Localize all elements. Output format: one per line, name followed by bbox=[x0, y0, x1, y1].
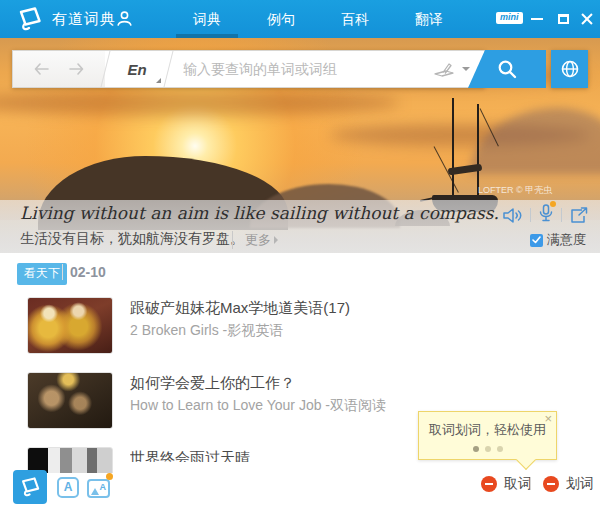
handwriting-icon[interactable] bbox=[434, 61, 454, 77]
search-icon bbox=[496, 58, 518, 80]
photo-translate-icon[interactable]: A bbox=[87, 479, 110, 498]
article-subtitle: 2 Broken Girls -影视英语 bbox=[130, 322, 283, 340]
disabled-icon bbox=[543, 476, 559, 492]
youdao-logo-icon bbox=[16, 7, 43, 31]
chevron-down-icon[interactable] bbox=[462, 67, 470, 71]
cloud-shape bbox=[0, 90, 400, 116]
wordbook-icon[interactable]: A bbox=[57, 477, 79, 498]
carousel-dot bbox=[497, 446, 503, 452]
divider bbox=[561, 208, 562, 222]
globe-icon bbox=[560, 59, 580, 79]
close-button[interactable] bbox=[576, 0, 598, 38]
forward-arrow-icon[interactable] bbox=[69, 63, 84, 75]
user-account-icon[interactable] bbox=[116, 10, 133, 27]
article-subtitle: How to Learn to Love Your Job -双语阅读 bbox=[130, 397, 386, 415]
more-link[interactable]: 更多 bbox=[232, 231, 278, 249]
title-bar: 有道词典 词典 例句 百科 翻译 mini bbox=[0, 0, 600, 38]
minimize-button[interactable] bbox=[526, 0, 548, 38]
app-title: 有道词典 bbox=[52, 0, 116, 38]
article-thumbnail[interactable] bbox=[27, 372, 113, 429]
tooltip-close-icon[interactable]: × bbox=[544, 412, 552, 425]
close-icon bbox=[581, 13, 593, 25]
mountain-glyph bbox=[91, 488, 99, 495]
article-thumbnail[interactable] bbox=[27, 297, 113, 354]
feed-category-badge: 看天下 bbox=[17, 263, 67, 285]
article-title[interactable]: 如何学会爱上你的工作？ bbox=[130, 374, 295, 393]
language-selector[interactable]: En bbox=[106, 51, 168, 87]
youdao-logo-icon bbox=[19, 477, 41, 497]
back-arrow-icon[interactable] bbox=[34, 63, 49, 75]
quote-actions bbox=[503, 204, 588, 226]
word-capture-toggle[interactable]: 取词 bbox=[481, 475, 532, 493]
divider bbox=[62, 264, 63, 280]
article-title[interactable]: 跟破产姐妹花Max学地道美语(17) bbox=[130, 299, 350, 318]
search-input-area: En bbox=[12, 50, 485, 88]
capture-label: 取词 bbox=[504, 475, 532, 493]
disabled-icon bbox=[481, 476, 497, 492]
quote-english: Living without an aim is like sailing wi… bbox=[20, 203, 499, 223]
maximize-button[interactable] bbox=[552, 0, 574, 38]
mini-mode-button[interactable]: mini bbox=[496, 12, 523, 24]
tab-examples[interactable]: 例句 bbox=[244, 0, 318, 38]
maximize-icon bbox=[558, 14, 569, 24]
word-highlight-toggle[interactable]: 划词 bbox=[543, 475, 594, 493]
carousel-dots bbox=[419, 446, 556, 452]
notification-dot bbox=[550, 201, 556, 207]
check-icon bbox=[532, 236, 541, 244]
search-input[interactable] bbox=[183, 61, 434, 77]
speaker-icon[interactable] bbox=[503, 207, 522, 224]
highlight-label: 划词 bbox=[566, 475, 594, 493]
share-icon[interactable] bbox=[570, 207, 588, 224]
daily-quote-panel: Living without an aim is like sailing wi… bbox=[0, 200, 600, 253]
search-bar: En bbox=[12, 50, 588, 88]
tab-encyclopedia[interactable]: 百科 bbox=[318, 0, 392, 38]
dictionary-home-button[interactable] bbox=[13, 470, 47, 504]
notification-dot bbox=[106, 473, 113, 480]
satisfaction-label: 满意度 bbox=[547, 231, 586, 249]
feed-date: 02-10 bbox=[70, 264, 106, 280]
photo-watermark: LOFTER © 甲壳虫 bbox=[478, 184, 552, 197]
distant-mountain bbox=[470, 108, 600, 174]
tooltip-text: 取词划词，轻松使用 bbox=[419, 421, 556, 439]
search-field-wrap bbox=[169, 51, 484, 87]
carousel-dot bbox=[473, 446, 479, 452]
tab-dictionary[interactable]: 词典 bbox=[170, 0, 244, 38]
web-search-button[interactable] bbox=[551, 50, 588, 88]
minimize-icon bbox=[531, 18, 543, 20]
main-tabs: 词典 例句 百科 翻译 bbox=[170, 0, 466, 38]
carousel-dot bbox=[485, 446, 491, 452]
mic-wrap[interactable] bbox=[539, 204, 553, 226]
more-arrow-icon bbox=[274, 236, 278, 244]
letter-a-glyph: A bbox=[100, 482, 107, 492]
quote-chinese: 生活没有目标，犹如航海没有罗盘。 bbox=[20, 230, 244, 248]
satisfaction-checkbox[interactable] bbox=[530, 234, 543, 247]
satisfaction-control: 满意度 bbox=[530, 231, 586, 249]
feature-tooltip: 取词划词，轻松使用 × bbox=[418, 411, 557, 460]
history-nav bbox=[13, 51, 105, 87]
feed-item[interactable]: 跟破产姐妹花Max学地道美语(17) 2 Broken Girls -影视英语 bbox=[27, 297, 577, 354]
divider bbox=[530, 208, 531, 222]
tab-translate[interactable]: 翻译 bbox=[392, 0, 466, 38]
divider bbox=[530, 477, 531, 490]
article-title[interactable]: 世界终会雨过天晴 bbox=[130, 449, 250, 462]
